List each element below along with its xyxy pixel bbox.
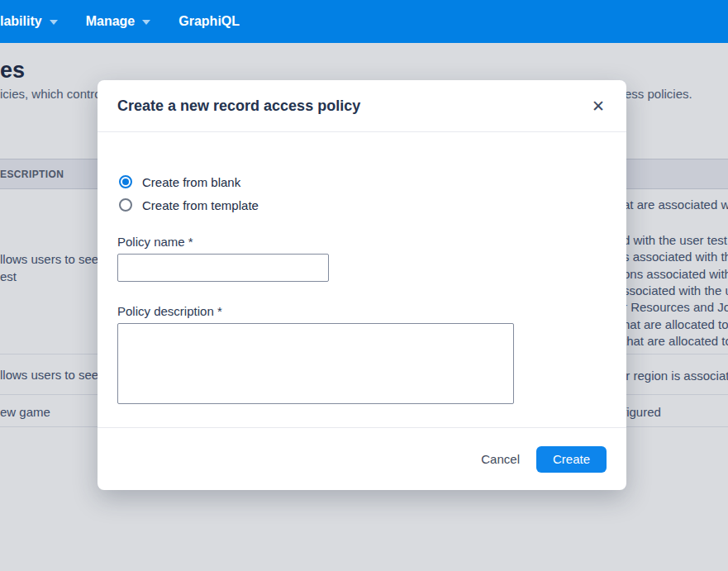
table-cell-fragment: ssociated with the u xyxy=(623,282,728,299)
column-header-description: ESCRIPTION xyxy=(0,169,64,180)
nav-item-label: GraphiQL xyxy=(178,14,240,29)
create-button[interactable]: Create xyxy=(536,446,607,473)
nav-item-label: lability xyxy=(0,14,42,29)
table-cell-fragment: d with the user test xyxy=(623,231,727,249)
table-cell-fragment: at are associated wit xyxy=(623,196,728,213)
table-cell-fragment: ir region is associate xyxy=(623,367,728,384)
page-intro-fragment-right: ess policies. xyxy=(625,87,692,101)
table-cell-fragment: ons associated with xyxy=(623,265,728,283)
chevron-down-icon xyxy=(142,20,150,25)
nav-item-label: Manage xyxy=(86,14,136,29)
radio-unselected-icon[interactable] xyxy=(119,198,132,212)
modal-create-policy: Create a new record access policy ✕ Crea… xyxy=(98,80,626,490)
table-cell-description: ew game xyxy=(0,403,50,421)
page: lability Manage GraphiQL es icies, which… xyxy=(0,0,728,571)
policy-description-label: Policy description * xyxy=(117,304,222,318)
cell-line: llows users to see d xyxy=(0,250,109,268)
radio-option-create-from-template[interactable]: Create from template xyxy=(119,197,259,213)
policy-description-input[interactable] xyxy=(117,323,514,404)
table-cell-fragment: figured xyxy=(623,403,661,421)
modal-title: Create a new record access policy xyxy=(117,98,360,115)
modal-header: Create a new record access policy xyxy=(98,80,626,132)
nav-item-graphiql[interactable]: GraphiQL xyxy=(178,14,240,29)
modal-footer: Cancel Create xyxy=(98,427,626,490)
radio-option-label: Create from template xyxy=(142,198,259,212)
table-cell-description: llows users to see d xyxy=(0,366,109,383)
table-cell-description: llows users to see d est xyxy=(0,250,109,285)
close-button[interactable]: ✕ xyxy=(587,95,610,118)
radio-option-create-from-blank[interactable]: Create from blank xyxy=(119,174,240,190)
page-title: es xyxy=(0,58,25,83)
chevron-down-icon xyxy=(50,20,58,25)
table-cell-fragment: that are allocated to xyxy=(623,332,728,350)
policy-name-label: Policy name * xyxy=(117,235,193,249)
table-cell-fragment: hat are allocated to t xyxy=(623,316,728,333)
page-intro-fragment-left: icies, which contro xyxy=(0,87,102,101)
nav-item-availability[interactable]: lability xyxy=(0,14,58,29)
close-icon: ✕ xyxy=(592,98,605,115)
policy-name-input[interactable] xyxy=(117,254,329,282)
nav-item-manage[interactable]: Manage xyxy=(86,14,151,29)
cell-line: est xyxy=(0,268,109,285)
table-cell-fragment: s associated with th xyxy=(623,248,728,265)
cancel-button[interactable]: Cancel xyxy=(471,445,530,473)
top-navbar: lability Manage GraphiQL xyxy=(0,0,728,43)
radio-selected-icon[interactable] xyxy=(119,175,132,188)
table-cell-fragment: r Resources and Job xyxy=(623,298,728,316)
radio-option-label: Create from blank xyxy=(142,175,240,189)
